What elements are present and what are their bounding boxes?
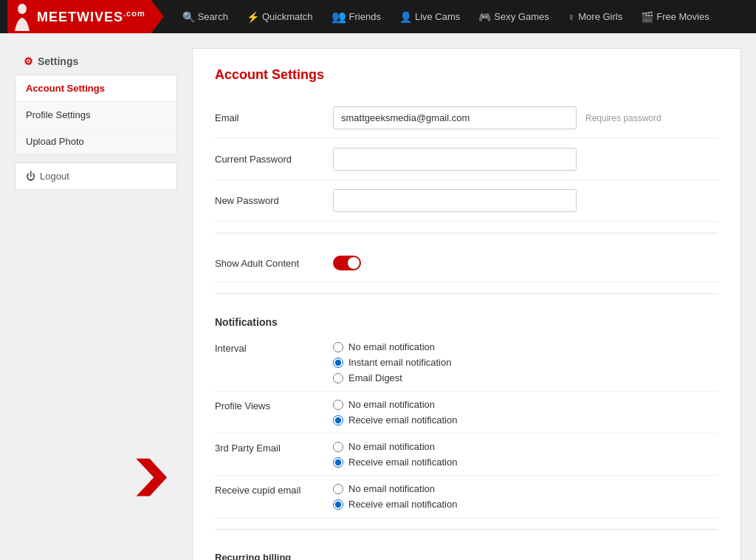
profile-views-receive[interactable]: Receive email notification	[333, 414, 457, 426]
header: MEETWIVES.com 🔍Search ⚡Quickmatch 👥Frien…	[0, 0, 756, 33]
sidebar: ⚙ Settings Account Settings Profile Sett…	[15, 48, 177, 560]
logo[interactable]: MEETWIVES.com	[7, 0, 164, 33]
nav-live-cams[interactable]: 👤Live Cams	[392, 7, 467, 27]
email-hint: Requires password	[585, 113, 662, 123]
nav-more-girls[interactable]: ♀More Girls	[560, 7, 630, 27]
nav-quickmatch[interactable]: ⚡Quickmatch	[239, 7, 320, 27]
cupid-email-label: Receive cupid email	[215, 483, 333, 510]
profile-views-group: Profile Views No email notification Rece…	[215, 392, 718, 434]
nav-sexy-games[interactable]: 🎮Sexy Games	[471, 7, 556, 27]
cupid-email-options: No email notification Receive email noti…	[333, 483, 457, 510]
nav-friends[interactable]: 👥Friends	[324, 6, 388, 27]
profile-views-label: Profile Views	[215, 399, 333, 426]
sidebar-item-profile-settings[interactable]: Profile Settings	[16, 102, 176, 129]
notifications-title: Notifications	[215, 305, 718, 334]
sidebar-title: Settings	[38, 55, 78, 67]
third-party-label: 3rd Party Email	[215, 441, 333, 468]
email-row: Email Requires password	[215, 98, 718, 139]
current-password-label: Current Password	[215, 154, 333, 165]
profile-views-no-email[interactable]: No email notification	[333, 399, 457, 410]
current-password-row: Current Password	[215, 139, 718, 180]
nav-search[interactable]: 🔍Search	[175, 7, 236, 27]
gear-icon: ⚙	[24, 55, 33, 67]
billing-title: Recurring billing	[215, 552, 718, 560]
nav-free-movies[interactable]: 🎬Free Movies	[633, 7, 717, 27]
svg-point-0	[18, 4, 27, 14]
logo-text: MEETWIVES.com	[37, 9, 145, 25]
sidebar-menu: Account Settings Profile Settings Upload…	[15, 75, 177, 155]
sidebar-item-upload-photo[interactable]: Upload Photo	[16, 129, 176, 154]
interval-label: Interval	[215, 341, 333, 383]
sidebar-item-account-settings[interactable]: Account Settings	[16, 75, 176, 102]
cupid-receive[interactable]: Receive email notification	[333, 499, 457, 510]
email-input[interactable]	[333, 106, 577, 129]
page-title: Account Settings	[215, 67, 718, 83]
adult-content-row: Show Adult Content	[215, 245, 718, 282]
third-party-receive[interactable]: Receive email notification	[333, 457, 457, 468]
adult-content-toggle[interactable]	[333, 256, 361, 270]
interval-options: No email notification Instant email noti…	[333, 341, 451, 383]
third-party-no-email[interactable]: No email notification	[333, 441, 457, 452]
toggle-thumb	[348, 257, 360, 269]
third-party-options: No email notification Receive email noti…	[333, 441, 457, 468]
billing-section: Recurring billing Manage →	[215, 541, 718, 560]
new-password-row: New Password	[215, 180, 718, 222]
interval-group: Interval No email notification Instant e…	[215, 334, 718, 392]
current-password-input[interactable]	[333, 148, 577, 171]
email-label: Email	[215, 112, 333, 123]
interval-no-email[interactable]: No email notification	[333, 341, 451, 352]
interval-instant[interactable]: Instant email notification	[333, 357, 451, 368]
main-nav: 🔍Search ⚡Quickmatch 👥Friends 👤Live Cams …	[175, 6, 717, 27]
power-icon: ⏻	[26, 171, 35, 182]
cupid-no-email[interactable]: No email notification	[333, 483, 457, 494]
new-password-label: New Password	[215, 195, 333, 206]
sidebar-header: ⚙ Settings	[15, 48, 177, 75]
interval-digest[interactable]: Email Digest	[333, 372, 451, 383]
new-password-input[interactable]	[333, 189, 577, 212]
cupid-email-group: Receive cupid email No email notificatio…	[215, 476, 718, 518]
profile-views-options: No email notification Receive email noti…	[333, 399, 457, 426]
logout-button[interactable]: ⏻ Logout	[15, 163, 177, 190]
third-party-group: 3rd Party Email No email notification Re…	[215, 434, 718, 476]
content-area: Account Settings Email Requires password…	[192, 48, 741, 560]
adult-content-label: Show Adult Content	[215, 258, 333, 269]
main-layout: ⚙ Settings Account Settings Profile Sett…	[0, 33, 756, 560]
